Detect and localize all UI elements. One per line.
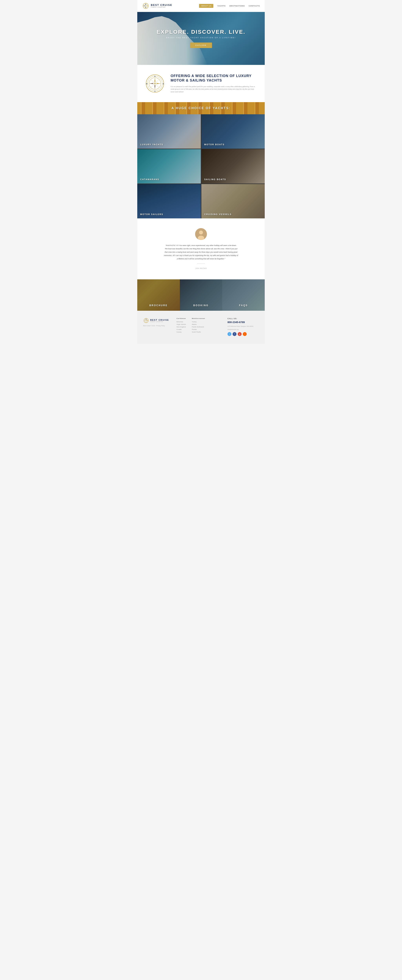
- yacht-label-catamarans: CATAMARANS: [137, 175, 162, 183]
- footer-card-booking[interactable]: BOOKING: [180, 279, 222, 311]
- compass-icon: N S W E: [145, 74, 165, 93]
- footer-link-alaska[interactable]: Alaska: [192, 323, 205, 325]
- nav-contacts[interactable]: CONTACTS: [249, 5, 260, 7]
- footer-link-pacific-northwest[interactable]: Pacific Northwest: [192, 326, 205, 328]
- about-heading: OFFERING A WIDE SELECTION OF LUXURY MOTO…: [171, 74, 257, 83]
- footer-link-new-england[interactable]: New England: [177, 326, 186, 328]
- footer-col-caribbean-heading: Caribbean: [177, 318, 186, 319]
- logo-icon: [142, 2, 149, 10]
- yachts-banner-heading: A HUGE CHOICE OF YACHTS:: [142, 107, 260, 110]
- about-text: OFFERING A WIDE SELECTION OF LUXURY MOTO…: [171, 74, 257, 93]
- footer-top: BEST CRUISE FINEST CHARTER Best Cruise ©…: [143, 318, 259, 336]
- hero-title: EXPLORE. DISCOVER. LIVE.: [156, 29, 245, 35]
- main-nav: ABOUT US YACHTS DESTINATIONS CONTACTS: [199, 4, 260, 8]
- yacht-grid: LUXURY YACHTS MOTOR BOATS CATAMARANS SAI…: [137, 114, 265, 218]
- footer-columns: Caribbean Bahamas Virgin Islands New Eng…: [177, 318, 222, 336]
- hero-content: EXPLORE. DISCOVER. LIVE. ENJOY THE BEST …: [156, 29, 245, 48]
- facebook-icon[interactable]: f: [233, 332, 236, 336]
- footer-col-mediterranean: Mediterranean Turkey Alaska Pacific Nort…: [192, 318, 205, 336]
- footer-logo-name: BEST CRUISE: [150, 319, 169, 321]
- about-section: N S W E OFFERING A WIDE SELECTION OF LUX…: [137, 65, 265, 102]
- footer-logo-icon: [143, 318, 149, 323]
- svg-point-8: [145, 5, 146, 6]
- testimonial-quote: "FANTASTIC !!!!! You were right, once ex…: [164, 244, 238, 261]
- rss-icon[interactable]: r: [243, 332, 247, 336]
- about-body: It is our pleasure to match the perfect …: [171, 85, 257, 93]
- svg-marker-20: [150, 83, 153, 84]
- yacht-cell-catamarans[interactable]: CATAMARANS: [137, 149, 201, 183]
- footer-call-heading: CALL US:: [228, 318, 259, 320]
- footer-card-label-booking: BOOKING: [193, 304, 209, 307]
- yacht-label-sailing: SAILING BOATS: [201, 175, 229, 183]
- footer-link-south-pacific[interactable]: South Pacific: [192, 331, 205, 333]
- footer-logo-tagline: FINEST CHARTER: [150, 321, 169, 322]
- svg-point-35: [146, 320, 146, 321]
- yacht-cell-sailing[interactable]: SAILING BOATS: [201, 149, 265, 183]
- footer-contact: CALL US: 800-2345-6789 4175 Allenova Roa…: [228, 318, 259, 336]
- twitter-icon[interactable]: t: [228, 332, 231, 336]
- yacht-label-cruising: CRUISING VESSELS: [201, 210, 235, 218]
- testimonial-section: "FANTASTIC !!!!! You were right, once ex…: [137, 218, 265, 279]
- footer-link-virgin-islands[interactable]: Virgin Islands: [177, 323, 186, 325]
- svg-point-27: [199, 231, 203, 234]
- svg-point-25: [155, 83, 155, 84]
- nav-yachts[interactable]: YACHTS: [217, 5, 225, 7]
- testimonial-avatar: [195, 228, 207, 240]
- yacht-cell-motor-sailers[interactable]: MOTOR SAILERS: [137, 184, 201, 218]
- footer-address: 4175 Allenova Road, Glasgow, G63 #6933: [228, 325, 259, 328]
- nav-about-us[interactable]: ABOUT US: [199, 4, 214, 8]
- hero-subtitle: ENJOY THE BEST YACHT VACATION OF A LIFET…: [156, 37, 245, 39]
- footer-email: info@demoink.org: [228, 329, 259, 330]
- footer-logo: BEST CRUISE FINEST CHARTER: [143, 318, 171, 323]
- logo-text: BEST CRUISE FINEST CHARTER: [151, 4, 172, 8]
- nav-destinations[interactable]: DESTINATIONS: [230, 5, 245, 7]
- svg-text:E: E: [163, 83, 164, 85]
- footer: BEST CRUISE FINEST CHARTER Best Cruise ©…: [137, 311, 265, 344]
- logo: BEST CRUISE FINEST CHARTER: [142, 2, 172, 10]
- footer-link-croatia[interactable]: Croatia: [177, 329, 186, 330]
- svg-text:N: N: [154, 75, 155, 77]
- yacht-label-luxury: LUXURY YACHTS: [137, 140, 166, 149]
- footer-link-turkey[interactable]: Turkey: [192, 321, 205, 323]
- google-plus-icon[interactable]: g: [238, 332, 242, 336]
- footer-link-bahamas[interactable]: Bahamas: [177, 321, 186, 323]
- social-icons: t f g r: [228, 332, 259, 336]
- yacht-label-motor-sailers: MOTOR SAILERS: [137, 210, 166, 218]
- footer-col-caribbean: Caribbean Bahamas Virgin Islands New Eng…: [177, 318, 186, 336]
- footer-copyright: Best Cruise © 2013 · Privacy Policy: [143, 325, 171, 326]
- testimonial-author: John McCald: [195, 267, 207, 269]
- explore-button[interactable]: EXPLORE: [190, 43, 212, 48]
- svg-text:S: S: [154, 91, 155, 92]
- footer-phone: 800-2345-6789: [228, 321, 259, 324]
- svg-marker-19: [154, 85, 155, 89]
- footer-card-faqs[interactable]: FAQS: [222, 279, 265, 311]
- footer-cards: BROCHURE BOOKING FAQS: [137, 279, 265, 311]
- svg-text:W: W: [146, 83, 147, 85]
- hero-section: EXPLORE. DISCOVER. LIVE. ENJOY THE BEST …: [137, 12, 265, 65]
- yacht-cell-motor[interactable]: MOTOR BOATS: [201, 114, 265, 149]
- footer-card-label-faqs: FAQS: [239, 304, 248, 307]
- yachts-banner: A HUGE CHOICE OF YACHTS:: [137, 102, 265, 114]
- yacht-cell-cruising[interactable]: CRUISING VESSELS: [201, 184, 265, 218]
- footer-link-florida[interactable]: Florida: [192, 329, 205, 330]
- footer-logo-area: BEST CRUISE FINEST CHARTER Best Cruise ©…: [143, 318, 171, 336]
- header: BEST CRUISE FINEST CHARTER ABOUT US YACH…: [137, 0, 265, 12]
- svg-marker-21: [156, 83, 160, 84]
- yacht-cell-luxury[interactable]: LUXURY YACHTS: [137, 114, 201, 149]
- avatar-image: [195, 228, 207, 240]
- footer-link-canary[interactable]: Canary: [177, 331, 186, 333]
- footer-card-label-brochure: BROCHURE: [150, 304, 168, 307]
- yacht-label-motor: MOTOR BOATS: [201, 140, 228, 149]
- footer-card-brochure[interactable]: BROCHURE: [137, 279, 180, 311]
- svg-marker-18: [154, 78, 155, 82]
- footer-col-med-heading: Mediterranean: [192, 318, 205, 319]
